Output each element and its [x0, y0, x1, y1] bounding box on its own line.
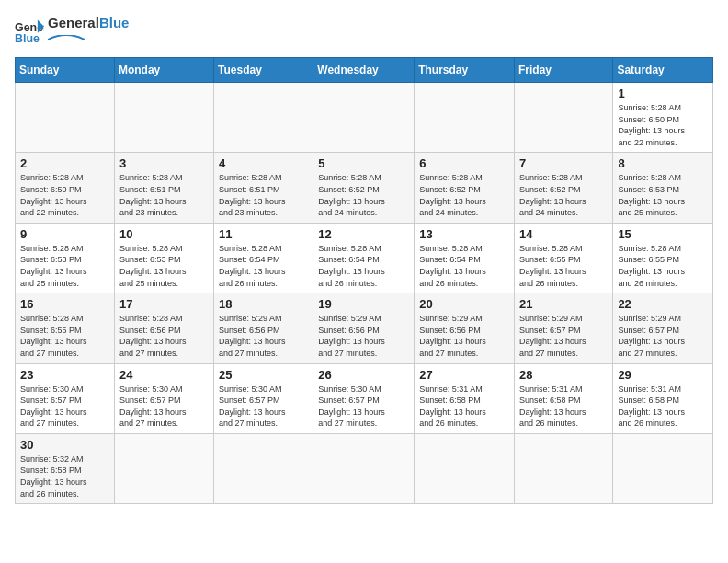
- day-info: Sunrise: 5:28 AM Sunset: 6:52 PM Dayligh…: [318, 172, 409, 218]
- calendar-cell: 19Sunrise: 5:29 AM Sunset: 6:56 PM Dayli…: [313, 293, 415, 363]
- day-number: 18: [219, 297, 308, 311]
- calendar-cell: 27Sunrise: 5:31 AM Sunset: 6:58 PM Dayli…: [415, 363, 515, 433]
- logo-icon: General Blue: [15, 17, 44, 46]
- day-number: 4: [219, 156, 308, 170]
- calendar-cell: 24Sunrise: 5:30 AM Sunset: 6:57 PM Dayli…: [114, 363, 213, 433]
- calendar-cell: 9Sunrise: 5:28 AM Sunset: 6:53 PM Daylig…: [16, 223, 115, 293]
- day-number: 20: [419, 297, 509, 311]
- day-number: 15: [618, 227, 708, 241]
- day-info: Sunrise: 5:28 AM Sunset: 6:53 PM Dayligh…: [20, 243, 109, 289]
- calendar-cell: [514, 433, 612, 503]
- day-number: 5: [318, 156, 409, 170]
- day-info: Sunrise: 5:28 AM Sunset: 6:53 PM Dayligh…: [119, 243, 209, 289]
- day-info: Sunrise: 5:29 AM Sunset: 6:57 PM Dayligh…: [618, 313, 708, 359]
- day-number: 7: [519, 156, 608, 170]
- logo-general: General: [48, 15, 99, 30]
- day-number: 11: [219, 227, 308, 241]
- day-info: Sunrise: 5:28 AM Sunset: 6:56 PM Dayligh…: [119, 313, 209, 359]
- calendar-cell: 26Sunrise: 5:30 AM Sunset: 6:57 PM Dayli…: [313, 363, 415, 433]
- day-info: Sunrise: 5:28 AM Sunset: 6:54 PM Dayligh…: [219, 243, 308, 289]
- day-number: 27: [419, 368, 509, 382]
- day-number: 2: [20, 156, 109, 170]
- weekday-header-friday: Friday: [514, 58, 612, 83]
- calendar-cell: 18Sunrise: 5:29 AM Sunset: 6:56 PM Dayli…: [214, 293, 313, 363]
- calendar-cell: 29Sunrise: 5:31 AM Sunset: 6:58 PM Dayli…: [613, 363, 713, 433]
- day-info: Sunrise: 5:28 AM Sunset: 6:53 PM Dayligh…: [618, 172, 708, 218]
- calendar-cell: 10Sunrise: 5:28 AM Sunset: 6:53 PM Dayli…: [114, 223, 213, 293]
- day-number: 30: [20, 438, 109, 452]
- calendar-week-row: 30Sunrise: 5:32 AM Sunset: 6:58 PM Dayli…: [16, 433, 713, 503]
- day-info: Sunrise: 5:28 AM Sunset: 6:54 PM Dayligh…: [318, 243, 409, 289]
- calendar-cell: 3Sunrise: 5:28 AM Sunset: 6:51 PM Daylig…: [114, 153, 213, 223]
- calendar-cell: 25Sunrise: 5:30 AM Sunset: 6:57 PM Dayli…: [214, 363, 313, 433]
- day-info: Sunrise: 5:29 AM Sunset: 6:56 PM Dayligh…: [219, 313, 308, 359]
- calendar-cell: 21Sunrise: 5:29 AM Sunset: 6:57 PM Dayli…: [514, 293, 612, 363]
- day-number: 28: [519, 368, 608, 382]
- calendar-cell: [214, 433, 313, 503]
- calendar-cell: [514, 83, 612, 153]
- day-number: 10: [119, 227, 209, 241]
- day-number: 21: [519, 297, 608, 311]
- calendar-cell: 13Sunrise: 5:28 AM Sunset: 6:54 PM Dayli…: [415, 223, 515, 293]
- weekday-header-row: SundayMondayTuesdayWednesdayThursdayFrid…: [16, 58, 713, 83]
- day-info: Sunrise: 5:28 AM Sunset: 6:55 PM Dayligh…: [519, 243, 608, 289]
- calendar-cell: 23Sunrise: 5:30 AM Sunset: 6:57 PM Dayli…: [16, 363, 115, 433]
- calendar-cell: 8Sunrise: 5:28 AM Sunset: 6:53 PM Daylig…: [613, 153, 713, 223]
- day-info: Sunrise: 5:31 AM Sunset: 6:58 PM Dayligh…: [419, 384, 509, 430]
- calendar-cell: 28Sunrise: 5:31 AM Sunset: 6:58 PM Dayli…: [514, 363, 612, 433]
- day-info: Sunrise: 5:32 AM Sunset: 6:58 PM Dayligh…: [20, 454, 109, 500]
- calendar-cell: [415, 433, 515, 503]
- day-info: Sunrise: 5:31 AM Sunset: 6:58 PM Dayligh…: [618, 384, 708, 430]
- calendar-cell: [415, 83, 515, 153]
- logo-swoosh: [48, 35, 85, 44]
- logo: General Blue GeneralBlue: [15, 15, 129, 48]
- day-number: 13: [419, 227, 509, 241]
- calendar-week-row: 16Sunrise: 5:28 AM Sunset: 6:55 PM Dayli…: [16, 293, 713, 363]
- calendar-cell: [613, 433, 713, 503]
- day-info: Sunrise: 5:29 AM Sunset: 6:56 PM Dayligh…: [419, 313, 509, 359]
- weekday-header-sunday: Sunday: [16, 58, 115, 83]
- calendar-cell: 12Sunrise: 5:28 AM Sunset: 6:54 PM Dayli…: [313, 223, 415, 293]
- weekday-header-wednesday: Wednesday: [313, 58, 415, 83]
- day-info: Sunrise: 5:30 AM Sunset: 6:57 PM Dayligh…: [318, 384, 409, 430]
- calendar-cell: [214, 83, 313, 153]
- weekday-header-monday: Monday: [114, 58, 213, 83]
- day-number: 16: [20, 297, 109, 311]
- calendar-cell: [114, 83, 213, 153]
- day-number: 22: [618, 297, 708, 311]
- calendar-cell: 4Sunrise: 5:28 AM Sunset: 6:51 PM Daylig…: [214, 153, 313, 223]
- calendar-cell: 16Sunrise: 5:28 AM Sunset: 6:55 PM Dayli…: [16, 293, 115, 363]
- day-number: 6: [419, 156, 509, 170]
- calendar-cell: 14Sunrise: 5:28 AM Sunset: 6:55 PM Dayli…: [514, 223, 612, 293]
- day-number: 9: [20, 227, 109, 241]
- calendar-cell: 7Sunrise: 5:28 AM Sunset: 6:52 PM Daylig…: [514, 153, 612, 223]
- calendar-cell: 30Sunrise: 5:32 AM Sunset: 6:58 PM Dayli…: [16, 433, 115, 503]
- day-info: Sunrise: 5:28 AM Sunset: 6:52 PM Dayligh…: [519, 172, 608, 218]
- day-info: Sunrise: 5:28 AM Sunset: 6:52 PM Dayligh…: [419, 172, 509, 218]
- calendar-cell: [16, 83, 115, 153]
- day-info: Sunrise: 5:28 AM Sunset: 6:55 PM Dayligh…: [20, 313, 109, 359]
- day-info: Sunrise: 5:31 AM Sunset: 6:58 PM Dayligh…: [519, 384, 608, 430]
- day-number: 23: [20, 368, 109, 382]
- weekday-header-tuesday: Tuesday: [214, 58, 313, 83]
- calendar-cell: 2Sunrise: 5:28 AM Sunset: 6:50 PM Daylig…: [16, 153, 115, 223]
- calendar-week-row: 1Sunrise: 5:28 AM Sunset: 6:50 PM Daylig…: [16, 83, 713, 153]
- calendar-cell: 1Sunrise: 5:28 AM Sunset: 6:50 PM Daylig…: [613, 83, 713, 153]
- calendar-cell: 22Sunrise: 5:29 AM Sunset: 6:57 PM Dayli…: [613, 293, 713, 363]
- calendar-week-row: 23Sunrise: 5:30 AM Sunset: 6:57 PM Dayli…: [16, 363, 713, 433]
- calendar-cell: 5Sunrise: 5:28 AM Sunset: 6:52 PM Daylig…: [313, 153, 415, 223]
- day-info: Sunrise: 5:28 AM Sunset: 6:51 PM Dayligh…: [219, 172, 308, 218]
- day-info: Sunrise: 5:30 AM Sunset: 6:57 PM Dayligh…: [119, 384, 209, 430]
- day-info: Sunrise: 5:28 AM Sunset: 6:50 PM Dayligh…: [618, 102, 708, 148]
- day-number: 24: [119, 368, 209, 382]
- calendar-cell: 17Sunrise: 5:28 AM Sunset: 6:56 PM Dayli…: [114, 293, 213, 363]
- calendar-cell: 20Sunrise: 5:29 AM Sunset: 6:56 PM Dayli…: [415, 293, 515, 363]
- calendar-cell: 15Sunrise: 5:28 AM Sunset: 6:55 PM Dayli…: [613, 223, 713, 293]
- day-info: Sunrise: 5:28 AM Sunset: 6:50 PM Dayligh…: [20, 172, 109, 218]
- weekday-header-saturday: Saturday: [613, 58, 713, 83]
- calendar-cell: 11Sunrise: 5:28 AM Sunset: 6:54 PM Dayli…: [214, 223, 313, 293]
- day-number: 19: [318, 297, 409, 311]
- calendar-week-row: 2Sunrise: 5:28 AM Sunset: 6:50 PM Daylig…: [16, 153, 713, 223]
- day-info: Sunrise: 5:28 AM Sunset: 6:55 PM Dayligh…: [618, 243, 708, 289]
- day-info: Sunrise: 5:30 AM Sunset: 6:57 PM Dayligh…: [219, 384, 308, 430]
